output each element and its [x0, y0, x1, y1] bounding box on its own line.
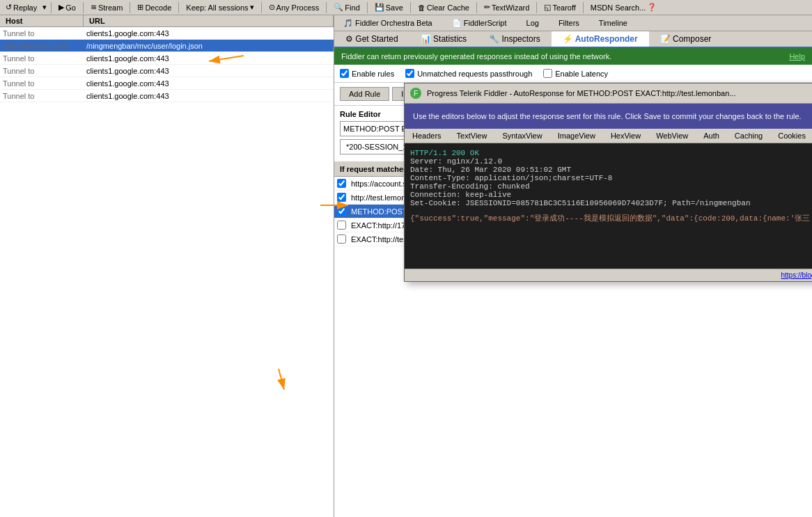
composer-icon2: 📝	[660, 34, 671, 44]
separator	[261, 2, 262, 13]
session-url: clients1.google.com:443	[84, 29, 334, 38]
rule-checkbox-cell	[334, 193, 348, 202]
enable-latency-option[interactable]: Enable Latency	[543, 69, 608, 78]
session-list[interactable]: Tunnel to clients1.google.com:443 test.l…	[0, 27, 334, 517]
tab-log[interactable]: Log	[517, 15, 548, 31]
enable-rules-option[interactable]: Enable rules	[340, 69, 394, 78]
session-row[interactable]: Tunnel to clients1.google.com:443	[0, 52, 334, 65]
stream-button[interactable]: ≋ Stream	[88, 2, 125, 13]
rule-checkbox[interactable]	[337, 179, 346, 188]
session-host: Tunnel to	[0, 54, 84, 63]
raw-line4: Content-Type: application/json;charset=U…	[410, 174, 812, 182]
keep-button[interactable]: Keep: All sessions ▾	[183, 2, 256, 13]
enable-rules-label: Enable rules	[352, 70, 394, 78]
dialog-tab-headers[interactable]: Headers	[405, 129, 449, 143]
raw-line3: Date: Thu, 26 Mar 2020 09:51:02 GMT	[410, 166, 812, 174]
secondary-tab-bar: ⚙ Get Started📊 Statistics🔧 Inspectors⚡ A…	[334, 31, 812, 48]
msdn-search-button[interactable]: MSDN Search... ❓	[588, 2, 659, 13]
keep-dropdown-icon: ▾	[250, 3, 254, 12]
rule-checkbox-cell	[334, 234, 348, 244]
dialog-footer: https://blog.csdn.net/wuj1937	[405, 269, 812, 281]
enable-rules-checkbox[interactable]	[340, 69, 349, 78]
rule-checkbox[interactable]	[337, 207, 346, 216]
save-button[interactable]: 💾 Save	[372, 2, 406, 13]
dialog-title-left: F Progress Telerik Fiddler - AutoRespons…	[410, 88, 735, 99]
tearoff-icon: ◱	[544, 3, 551, 12]
textwizard-button[interactable]: ✏ TextWizard	[481, 2, 532, 13]
clear-cache-button[interactable]: 🗑 Clear Cache	[415, 3, 472, 13]
toolbar-dropdown-arrow[interactable]: ▾	[42, 3, 47, 12]
tab-filters[interactable]: Filters	[549, 15, 588, 31]
statistics-icon2: 📊	[421, 34, 431, 44]
session-row[interactable]: Tunnel to clients1.google.com:443	[0, 27, 334, 40]
session-url: clients1.google.com:443	[84, 92, 334, 100]
autoresponder-icon2: ⚡	[563, 34, 573, 44]
tab-timeline[interactable]: Timeline	[590, 15, 637, 31]
session-row[interactable]: Tunnel to clients1.google.com:443	[0, 65, 334, 77]
rule-checkbox[interactable]	[337, 221, 346, 230]
session-host: Tunnel to	[0, 79, 84, 88]
session-row[interactable]: Tunnel to clients1.google.com:443	[0, 90, 334, 102]
unmatched-option[interactable]: Unmatched requests passthrough	[405, 69, 532, 78]
raw-line6: Connection: keep-alive	[410, 191, 812, 199]
main-layout: Host URL Tunnel to clients1.google.com:4…	[0, 15, 812, 517]
dialog-tab-cookies[interactable]: Cookies	[770, 129, 812, 143]
autoresponse-dialog: F Progress Telerik Fiddler - AutoRespons…	[404, 83, 812, 282]
dialog-tab-hexview[interactable]: HexView	[603, 129, 648, 143]
tearoff-button[interactable]: ◱ Tearoff	[541, 2, 578, 13]
dialog-tab-caching[interactable]: Caching	[727, 129, 770, 143]
dialog-title-text: Progress Telerik Fiddler - AutoResponse …	[427, 89, 735, 97]
separator	[51, 2, 52, 13]
unmatched-label: Unmatched requests passthrough	[417, 70, 532, 78]
dialog-tab-syntaxview[interactable]: SyntaxView	[494, 129, 549, 143]
decode-icon: ⊞	[137, 3, 143, 12]
info-bar: Fiddler can return previously generated …	[334, 48, 812, 65]
rule-checkbox-cell	[334, 207, 348, 216]
unmatched-checkbox[interactable]	[405, 69, 414, 78]
session-row[interactable]: Tunnel to clients1.google.com:443	[0, 77, 334, 90]
dialog-tab-auth[interactable]: Auth	[696, 129, 727, 143]
fiddler-orchestra-icon: 🎵	[343, 19, 353, 27]
raw-line7: Set-Cookie: JSESSIONID=085781BC3C5116E10…	[410, 199, 812, 207]
tab-fiddler-script[interactable]: 📄 FiddlerScript	[443, 15, 516, 31]
rule-checkbox[interactable]	[337, 234, 346, 244]
rule-checkbox[interactable]	[337, 193, 346, 202]
inspectors-icon2: 🔧	[489, 34, 499, 44]
separator	[583, 2, 584, 13]
session-host: test.lemonban.com	[0, 42, 84, 50]
enable-latency-checkbox[interactable]	[543, 69, 552, 78]
dialog-tab-imageview[interactable]: ImageView	[550, 129, 603, 143]
dialog-tab-textview[interactable]: TextView	[449, 129, 495, 143]
url-column-header: URL	[84, 15, 334, 26]
separator	[367, 2, 368, 13]
tab2-statistics[interactable]: 📊 Statistics	[409, 31, 478, 47]
replay-button[interactable]: ↺ Replay	[3, 2, 40, 13]
separator	[178, 2, 179, 13]
dialog-tab-webview[interactable]: WebView	[648, 129, 696, 143]
dialog-raw-content: HTTP/1.1 200 OK Server: nginx/1.12.0 Dat…	[405, 143, 812, 269]
tab2-autoresponder[interactable]: ⚡ AutoResponder	[552, 31, 649, 47]
tab2-inspectors[interactable]: 🔧 Inspectors	[478, 31, 552, 47]
add-rule-button[interactable]: Add Rule	[340, 87, 389, 101]
session-host: Tunnel to	[0, 92, 84, 100]
any-process-button[interactable]: ⊙ Any Process	[266, 2, 322, 13]
tab2-get-started[interactable]: ⚙ Get Started	[334, 31, 409, 47]
tab-fiddler-orchestra[interactable]: 🎵 Fiddler Orchestra Beta	[334, 15, 442, 31]
session-url: clients1.google.com:443	[84, 79, 334, 88]
session-row[interactable]: test.lemonban.com /ningmengban/mvc/user/…	[0, 40, 334, 52]
textwizard-icon: ✏	[484, 3, 490, 12]
session-panel: Host URL Tunnel to clients1.google.com:4…	[0, 15, 334, 517]
tab2-composer[interactable]: 📝 Composer	[649, 31, 723, 47]
footer-link[interactable]: https://blog.csdn.net/wuj1937	[781, 271, 812, 279]
separator	[83, 2, 84, 13]
help-icon: ❓	[647, 3, 657, 12]
top-tab-bar: 🎵 Fiddler Orchestra Beta📄 FiddlerScriptL…	[334, 15, 812, 31]
right-panel: 🎵 Fiddler Orchestra Beta📄 FiddlerScriptL…	[334, 15, 812, 517]
go-button[interactable]: ▶ Go	[56, 2, 79, 13]
find-icon: 🔍	[334, 3, 343, 12]
info-text: Fiddler can return previously generated …	[341, 52, 611, 61]
find-button[interactable]: 🔍 Find	[331, 2, 362, 13]
raw-line9: {"success":true,"message":"登录成功----我是模拟返…	[410, 213, 812, 223]
help-link[interactable]: Help	[789, 52, 805, 61]
decode-button[interactable]: ⊞ Decode	[134, 2, 174, 13]
